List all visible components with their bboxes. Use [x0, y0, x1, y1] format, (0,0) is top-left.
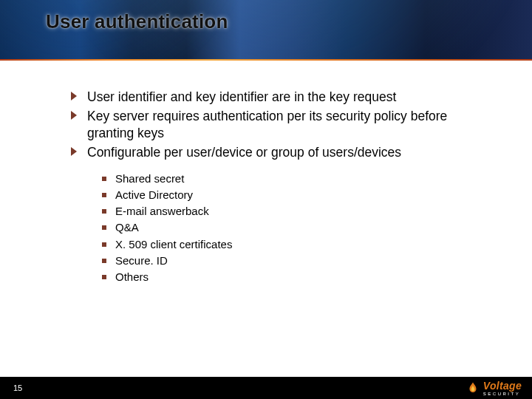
brand-logo: Voltage SECURITY — [466, 381, 522, 396]
list-item: Others — [102, 270, 495, 284]
sub-bullet-list: Shared secret Active Directory E-mail an… — [71, 171, 495, 285]
title-area: User authentication — [0, 0, 532, 59]
list-item: X. 509 client certificates — [102, 237, 495, 252]
list-item: Active Directory — [102, 188, 495, 202]
list-item: E-mail answerback — [102, 204, 495, 219]
list-item: Q&A — [102, 220, 495, 235]
list-item: Configurable per user/device or group of… — [71, 144, 495, 160]
list-item: User identifier and key identifier are i… — [71, 89, 495, 105]
list-item: Shared secret — [102, 171, 495, 186]
slide: User authentication User identifier and … — [0, 0, 532, 399]
main-bullet-list: User identifier and key identifier are i… — [71, 89, 495, 161]
footer-bar: 15 Voltage SECURITY — [0, 377, 532, 399]
flame-icon — [466, 381, 480, 395]
logo-text: Voltage SECURITY — [483, 381, 522, 396]
header-divider — [0, 59, 532, 61]
page-number: 15 — [13, 383, 22, 392]
logo-main-text: Voltage — [483, 381, 522, 391]
logo-sub-text: SECURITY — [483, 392, 522, 396]
list-item: Secure. ID — [102, 253, 495, 268]
content-area: User identifier and key identifier are i… — [71, 89, 495, 286]
list-item: Key server requires authentication per i… — [71, 108, 495, 141]
slide-title: User authentication — [0, 0, 228, 33]
